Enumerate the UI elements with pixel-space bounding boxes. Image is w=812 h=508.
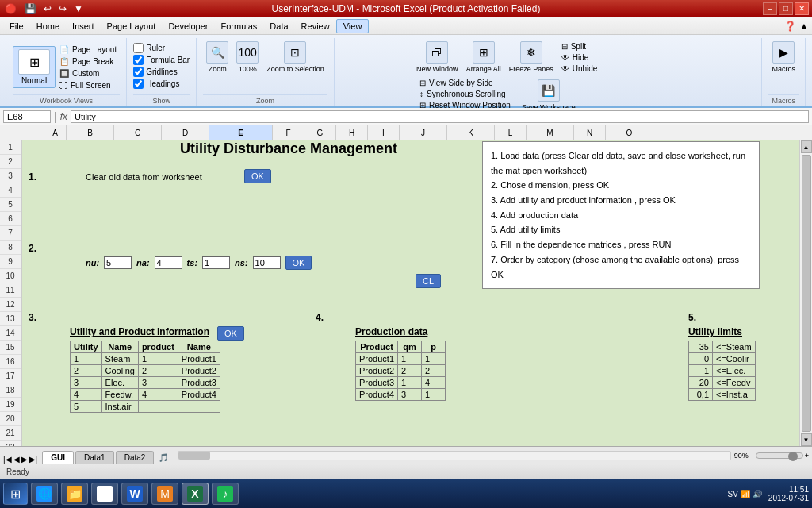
col-header-K[interactable]: K (447, 125, 495, 140)
taskbar-chrome[interactable]: ● (91, 483, 118, 505)
row-num-18[interactable]: 18 (0, 383, 21, 398)
headings-checkbox[interactable] (133, 79, 144, 89)
formula-bar-check[interactable]: Formula Bar (133, 55, 190, 65)
menu-developer[interactable]: Developer (162, 20, 214, 33)
arrange-all-btn[interactable]: ⊞ Arrange All (463, 40, 504, 75)
section2-cl-btn[interactable]: CL (416, 274, 441, 288)
col-header-L[interactable]: L (495, 125, 527, 140)
menu-view[interactable]: View (336, 19, 370, 33)
col-header-J[interactable]: J (400, 125, 447, 140)
page-layout-btn[interactable]: 📄 Page Layout (56, 44, 120, 55)
taskbar-excel[interactable]: X (182, 483, 209, 505)
col-header-H[interactable]: H (336, 125, 368, 140)
ruler-checkbox[interactable] (133, 43, 144, 53)
custom-views-btn[interactable]: 🔲 Custom (56, 68, 120, 79)
menu-page-layout[interactable]: Page Layout (101, 20, 163, 33)
sheet-content[interactable]: Utility Disturbance Management 1. Clear … (22, 140, 799, 446)
row-num-9[interactable]: 9 (0, 255, 21, 269)
vertical-scrollbar[interactable]: ▲ ▼ (799, 140, 812, 446)
col-header-B[interactable]: B (67, 125, 114, 140)
row-num-3[interactable]: 3 (0, 169, 21, 183)
sync-scroll-btn[interactable]: ↕ Synchronous Scrolling (416, 89, 514, 99)
undo-qa-btn[interactable]: ↩ (41, 2, 54, 15)
maximize-btn[interactable]: □ (779, 2, 793, 15)
row-num-1[interactable]: 1 (0, 140, 21, 155)
close-btn[interactable]: ✕ (795, 2, 809, 15)
h-scroll-thumb[interactable] (178, 452, 210, 460)
row-num-16[interactable]: 16 (0, 355, 21, 369)
help-icon[interactable]: ❓ (784, 21, 796, 32)
ns-input[interactable] (253, 256, 281, 269)
zoom-selection-btn[interactable]: ⊡ Zoom to Selection (263, 40, 327, 75)
col-header-A[interactable]: A (44, 125, 67, 140)
row-num-14[interactable]: 14 (0, 326, 21, 341)
new-window-btn[interactable]: 🗗 New Window (413, 40, 462, 75)
row-num-6[interactable]: 6 (0, 212, 21, 226)
row-num-7[interactable]: 7 (0, 226, 21, 241)
col-header-D[interactable]: D (162, 125, 209, 140)
formula-bar-checkbox[interactable] (133, 55, 144, 65)
start-button[interactable]: ⊞ (3, 483, 28, 505)
zoom-out-btn[interactable]: – (750, 452, 754, 460)
minimize-ribbon-icon[interactable]: ▲ (799, 21, 809, 32)
page-break-btn[interactable]: 📋 Page Break (56, 56, 120, 67)
sheets-nav-next[interactable]: ▶ (21, 455, 28, 464)
na-input[interactable] (155, 256, 182, 269)
taskbar-explorer[interactable]: 📁 (61, 483, 88, 505)
qa-dropdown-btn[interactable]: ▼ (71, 2, 86, 15)
row-num-8[interactable]: 8 (0, 241, 21, 255)
col-header-O[interactable]: O (606, 125, 653, 140)
zoom-slider[interactable] (756, 452, 803, 459)
taskbar-spotify[interactable]: ♪ (212, 483, 239, 505)
row-num-12[interactable]: 12 (0, 298, 21, 312)
row-num-4[interactable]: 4 (0, 183, 21, 198)
taskbar-ie[interactable]: 🌐 (31, 483, 58, 505)
row-num-19[interactable]: 19 (0, 398, 21, 412)
nu-input[interactable] (104, 256, 132, 269)
ts-input[interactable] (202, 256, 230, 269)
row-num-21[interactable]: 21 (0, 426, 21, 441)
normal-view-btn[interactable]: ⊞ Normal (13, 46, 56, 88)
view-side-by-side-btn[interactable]: ⊟ View Side by Side (416, 78, 514, 88)
sheets-nav-last[interactable]: ▶| (29, 455, 38, 464)
menu-home[interactable]: Home (30, 20, 66, 33)
menu-formulas[interactable]: Formulas (215, 20, 264, 33)
col-header-C[interactable]: C (114, 125, 162, 140)
row-num-10[interactable]: 10 (0, 269, 21, 283)
insert-sheet-btn[interactable]: 🎵 (155, 452, 171, 464)
freeze-panes-btn[interactable]: ❄ Freeze Panes (506, 40, 557, 75)
row-num-2[interactable]: 2 (0, 155, 21, 169)
scroll-down-btn[interactable]: ▼ (801, 433, 812, 446)
gridlines-checkbox[interactable] (133, 67, 144, 77)
col-header-I[interactable]: I (368, 125, 400, 140)
ruler-check[interactable]: Ruler (133, 43, 190, 53)
section3-ok-btn[interactable]: OK (217, 326, 244, 341)
headings-check[interactable]: Headings (133, 79, 190, 89)
save-qa-btn[interactable]: 💾 (22, 2, 39, 15)
menu-data[interactable]: Data (263, 20, 294, 33)
formula-input[interactable] (71, 110, 809, 123)
sheet-tab-data2[interactable]: Data2 (116, 451, 155, 464)
menu-insert[interactable]: Insert (66, 20, 101, 33)
row-num-22[interactable]: 22 (0, 441, 21, 446)
menu-review[interactable]: Review (295, 20, 336, 33)
sheet-tab-data1[interactable]: Data1 (75, 451, 114, 464)
zoom-slider-thumb[interactable] (788, 452, 798, 461)
row-num-13[interactable]: 13 (0, 312, 21, 326)
col-header-F[interactable]: F (273, 125, 304, 140)
col-header-M[interactable]: M (527, 125, 574, 140)
row-num-20[interactable]: 20 (0, 412, 21, 426)
sheet-tab-gui[interactable]: GUI (42, 451, 74, 464)
row-num-17[interactable]: 17 (0, 369, 21, 383)
scroll-thumb[interactable] (802, 155, 811, 432)
hide-btn[interactable]: 👁 Hide (558, 52, 601, 63)
zoom-in-btn[interactable]: + (805, 452, 809, 460)
gridlines-check[interactable]: Gridlines (133, 67, 190, 77)
zoom-100-btn[interactable]: 100 100% (233, 40, 262, 75)
scroll-up-btn[interactable]: ▲ (801, 140, 812, 153)
col-header-E[interactable]: E (209, 125, 273, 140)
zoom-btn[interactable]: 🔍 Zoom (203, 40, 232, 75)
col-header-N[interactable]: N (574, 125, 606, 140)
split-btn[interactable]: ⊟ Split (558, 41, 601, 52)
macros-btn[interactable]: ▶ Macros (768, 40, 799, 75)
